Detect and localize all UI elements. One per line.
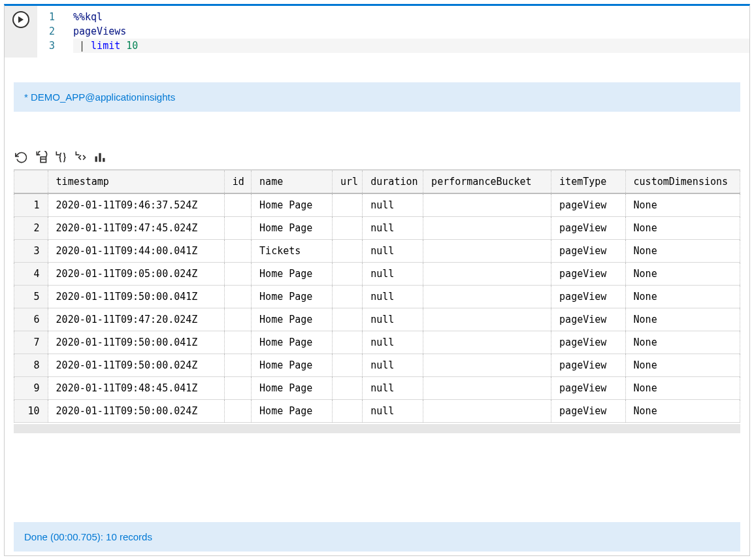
cell-itemType: pageView xyxy=(551,286,625,308)
row-number: 6 xyxy=(14,308,48,331)
cell-id xyxy=(224,377,251,400)
cell-name: Home Page xyxy=(252,331,333,354)
cell-timestamp: 2020-01-11T09:50:00.024Z xyxy=(48,354,224,377)
table-row[interactable]: 62020-01-11T09:47:20.024ZHome Pagenullpa… xyxy=(14,308,740,331)
cell-performanceBucket xyxy=(423,286,551,308)
table-row[interactable]: 12020-01-11T09:46:37.524ZHome Pagenullpa… xyxy=(14,193,740,217)
code-text: | limit 10 xyxy=(73,39,749,53)
cell-name: Tickets xyxy=(252,240,333,263)
cell-performanceBucket xyxy=(423,400,551,423)
code-line: 1%%kql xyxy=(44,10,749,24)
table-row[interactable]: 72020-01-11T09:50:00.041ZHome Pagenullpa… xyxy=(14,331,740,354)
cell-url xyxy=(332,400,362,423)
sync-table-icon[interactable] xyxy=(35,151,48,164)
cell-id xyxy=(224,286,251,308)
output-toolbar xyxy=(14,148,740,169)
table-row[interactable]: 52020-01-11T09:50:00.041ZHome Pagenullpa… xyxy=(14,286,740,308)
cell-name: Home Page xyxy=(252,217,333,240)
cell-url xyxy=(332,286,362,308)
cell-id xyxy=(224,240,251,263)
cell-id xyxy=(224,263,251,286)
code-arrows-icon[interactable] xyxy=(74,151,87,164)
cell-itemType: pageView xyxy=(551,217,625,240)
cell-duration: null xyxy=(363,193,423,217)
cell-name: Home Page xyxy=(252,263,333,286)
refresh-arrow-icon[interactable] xyxy=(15,151,28,164)
cell-timestamp: 2020-01-11T09:47:20.024Z xyxy=(48,308,224,331)
cell-timestamp: 2020-01-11T09:50:00.024Z xyxy=(48,400,224,423)
code-text: pageViews xyxy=(73,24,126,39)
cell-timestamp: 2020-01-11T09:50:00.041Z xyxy=(48,286,224,308)
cell-url xyxy=(332,308,362,331)
input-area: 1%%kql2pageViews3 | limit 10 xyxy=(5,6,749,58)
table-row[interactable]: 92020-01-11T09:48:45.041ZHome Pagenullpa… xyxy=(14,377,740,400)
column-header-duration[interactable]: duration xyxy=(363,171,423,194)
column-header-url[interactable]: url xyxy=(332,171,362,194)
cell-name: Home Page xyxy=(252,354,333,377)
cell-timestamp: 2020-01-11T09:46:37.524Z xyxy=(48,193,224,217)
cell-id xyxy=(224,331,251,354)
cell-duration: null xyxy=(363,217,423,240)
row-number-header xyxy=(14,171,48,194)
code-text: %%kql xyxy=(73,10,103,24)
cell-performanceBucket xyxy=(423,263,551,286)
row-number: 10 xyxy=(14,400,48,423)
column-header-itemType[interactable]: itemType xyxy=(551,171,625,194)
row-number: 8 xyxy=(14,354,48,377)
results-table: timestampidnameurldurationperformanceBuc… xyxy=(14,170,740,423)
cell-duration: null xyxy=(363,400,423,423)
column-header-id[interactable]: id xyxy=(224,171,251,194)
status-banner: Done (00:00.705): 10 records xyxy=(14,522,740,552)
cell-customDimensions: None xyxy=(625,286,740,308)
cell-name: Home Page xyxy=(252,308,333,331)
cell-url xyxy=(332,217,362,240)
cell-duration: null xyxy=(363,354,423,377)
cell-url xyxy=(332,354,362,377)
svg-rect-3 xyxy=(95,156,97,161)
row-number: 4 xyxy=(14,263,48,286)
table-row[interactable]: 22020-01-11T09:47:45.024ZHome Pagenullpa… xyxy=(14,217,740,240)
table-row[interactable]: 42020-01-11T09:05:00.024ZHome Pagenullpa… xyxy=(14,263,740,286)
column-header-performanceBucket[interactable]: performanceBucket xyxy=(423,171,551,194)
play-icon xyxy=(18,16,24,23)
run-button[interactable] xyxy=(12,11,29,28)
cell-timestamp: 2020-01-11T09:47:45.024Z xyxy=(48,217,224,240)
horizontal-scrollbar[interactable] xyxy=(14,424,740,433)
table-row[interactable]: 82020-01-11T09:50:00.024ZHome Pagenullpa… xyxy=(14,354,740,377)
cell-customDimensions: None xyxy=(625,377,740,400)
table-row[interactable]: 102020-01-11T09:50:00.024ZHome Pagenullp… xyxy=(14,400,740,423)
cell-performanceBucket xyxy=(423,354,551,377)
table-row[interactable]: 32020-01-11T09:44:00.041ZTicketsnullpage… xyxy=(14,240,740,263)
context-banner: * DEMO_APP@applicationinsights xyxy=(14,82,740,112)
cell-duration: null xyxy=(363,286,423,308)
cell-customDimensions: None xyxy=(625,240,740,263)
cell-name: Home Page xyxy=(252,193,333,217)
cell-url xyxy=(332,331,362,354)
svg-marker-0 xyxy=(18,16,24,23)
cell-url xyxy=(332,193,362,217)
row-number: 1 xyxy=(14,193,48,217)
cell-itemType: pageView xyxy=(551,263,625,286)
column-header-name[interactable]: name xyxy=(252,171,333,194)
code-line: 2pageViews xyxy=(44,24,749,39)
column-header-timestamp[interactable]: timestamp xyxy=(48,171,224,194)
cell-performanceBucket xyxy=(423,193,551,217)
chart-bars-icon[interactable] xyxy=(93,151,107,164)
line-number: 2 xyxy=(44,24,73,39)
code-editor[interactable]: 1%%kql2pageViews3 | limit 10 xyxy=(37,6,749,57)
cell-id xyxy=(224,308,251,331)
cell-id xyxy=(224,400,251,423)
svg-rect-5 xyxy=(103,158,105,162)
cell-performanceBucket xyxy=(423,377,551,400)
cell-customDimensions: None xyxy=(625,308,740,331)
cell-itemType: pageView xyxy=(551,193,625,217)
cell-duration: null xyxy=(363,377,423,400)
cell-itemType: pageView xyxy=(551,331,625,354)
cell-customDimensions: None xyxy=(625,354,740,377)
cell-timestamp: 2020-01-11T09:44:00.041Z xyxy=(48,240,224,263)
json-braces-icon[interactable] xyxy=(54,151,67,164)
svg-rect-4 xyxy=(99,153,101,161)
column-header-customDimensions[interactable]: customDimensions xyxy=(625,171,740,194)
row-number: 7 xyxy=(14,331,48,354)
row-number: 9 xyxy=(14,377,48,400)
